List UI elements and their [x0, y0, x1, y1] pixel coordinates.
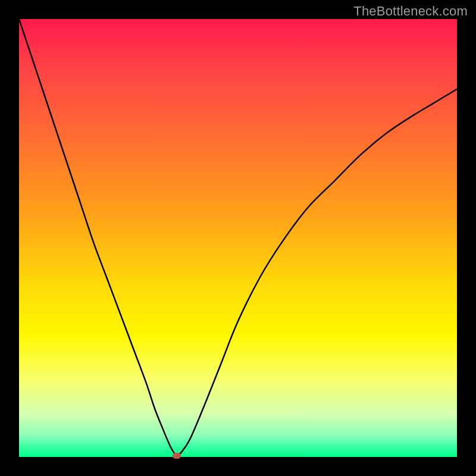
bottleneck-curve — [19, 19, 457, 457]
curve-left-branch — [19, 19, 177, 456]
optimal-point-marker — [173, 453, 181, 459]
chart-frame: TheBottleneck.com — [0, 0, 476, 476]
curve-right-branch — [177, 89, 457, 456]
plot-area — [19, 19, 457, 457]
watermark-text: TheBottleneck.com — [353, 4, 468, 19]
